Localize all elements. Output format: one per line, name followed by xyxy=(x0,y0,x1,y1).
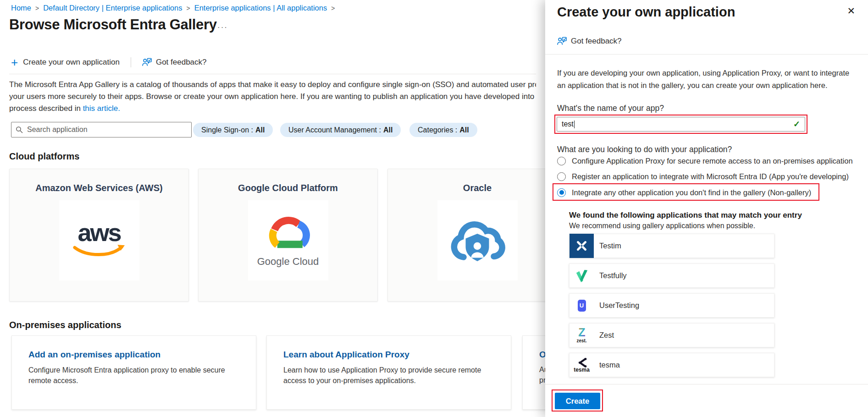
zest-logo: Z zest. xyxy=(569,323,594,347)
toolbar-divider xyxy=(131,57,131,67)
tesma-logo: tesma xyxy=(569,353,594,377)
panel-got-feedback-button[interactable]: Got feedback? xyxy=(557,37,622,46)
valid-check-icon: ✓ xyxy=(793,119,800,129)
text-caret xyxy=(574,121,575,128)
gallery-description-line1: The Microsoft Entra App Gallery is a cat… xyxy=(9,79,536,91)
breadcrumb-enterprise-apps[interactable]: Default Directory | Enterprise applicati… xyxy=(43,4,182,12)
search-application-input[interactable] xyxy=(26,125,187,134)
on-premises-heading: On-premises applications xyxy=(9,320,122,330)
card-oracle-title: Oracle xyxy=(388,183,567,193)
app-name-input[interactable]: test ✓ xyxy=(557,117,805,132)
card-add-on-premises-application[interactable]: Add an on-premises application Configure… xyxy=(11,335,256,410)
breadcrumb-home[interactable]: Home xyxy=(11,4,31,12)
app-action-question: What are you looking to do with your app… xyxy=(557,145,732,154)
search-icon xyxy=(16,126,23,133)
radio-register-application[interactable]: Register an application to integrate wit… xyxy=(557,170,849,183)
suggestions-subheading: We recommend using gallery applications … xyxy=(569,222,755,230)
feedback-icon xyxy=(557,37,567,46)
app-row-testim[interactable]: Testim xyxy=(569,234,774,258)
card-aws-title: Amazon Web Services (AWS) xyxy=(10,183,188,193)
card-google-cloud-title: Google Cloud Platform xyxy=(199,183,377,193)
filter-user-account-management[interactable]: User Account Management :All xyxy=(280,123,401,137)
plus-icon: + xyxy=(11,57,18,67)
this-article-link[interactable]: this article. xyxy=(83,104,120,113)
filter-single-sign-on[interactable]: Single Sign-on :All xyxy=(193,123,273,137)
suggestions-heading: We found the following applications that… xyxy=(569,211,802,220)
app-row-testfully[interactable]: Testfully xyxy=(569,263,774,288)
app-name-annotation-box: test ✓ xyxy=(554,115,807,134)
aws-logo: aws xyxy=(59,200,139,280)
entra-gallery-page: Home>Default Directory | Enterprise appl… xyxy=(0,0,868,417)
panel-description: If you are developing your own applicati… xyxy=(557,67,858,92)
radio-integrate-non-gallery[interactable]: Integrate any other application you don'… xyxy=(557,186,811,199)
create-your-own-application-button[interactable]: Create your own application xyxy=(23,58,120,67)
chevron-right-icon: > xyxy=(186,5,190,12)
aws-smile-arrow xyxy=(72,245,126,258)
card-oracle[interactable]: Oracle xyxy=(387,169,567,302)
toolbar-divider-line xyxy=(9,74,536,74)
usertesting-logo: U xyxy=(569,293,594,318)
app-row-zest[interactable]: Z zest. Zest xyxy=(569,323,774,347)
feedback-icon xyxy=(142,58,152,67)
breadcrumb-all-applications[interactable]: Enterprise applications | All applicatio… xyxy=(194,4,327,12)
svg-text:Z: Z xyxy=(578,327,585,338)
app-name-question: What's the name of your app? xyxy=(557,104,664,113)
radio-selected-icon[interactable] xyxy=(557,188,566,197)
chevron-right-icon: > xyxy=(331,5,335,12)
app-row-usertesting[interactable]: U UserTesting xyxy=(569,293,774,318)
chevron-right-icon: > xyxy=(35,5,39,12)
close-icon[interactable]: ✕ xyxy=(847,5,855,16)
create-button[interactable]: Create xyxy=(555,393,600,409)
oracle-logo xyxy=(437,200,518,280)
create-your-own-application-panel: Create your own application ✕ Got feedba… xyxy=(545,0,868,417)
testfully-logo xyxy=(569,263,594,288)
cloud-platforms-heading: Cloud platforms xyxy=(9,151,79,162)
filter-categories[interactable]: Categories :All xyxy=(409,123,477,137)
gallery-description: The Microsoft Entra App Gallery is a cat… xyxy=(9,79,536,115)
radio-configure-application-proxy[interactable]: Configure Application Proxy for secure r… xyxy=(557,154,853,168)
more-menu-icon[interactable]: ··· xyxy=(217,23,228,32)
panel-divider xyxy=(545,54,868,55)
card-aws[interactable]: Amazon Web Services (AWS) aws xyxy=(9,169,189,302)
breadcrumb: Home>Default Directory | Enterprise appl… xyxy=(11,4,339,12)
app-row-tesma[interactable]: tesma tesma xyxy=(569,353,774,377)
panel-footer-divider xyxy=(545,384,868,384)
got-feedback-button[interactable]: Got feedback? xyxy=(156,58,207,67)
card-learn-about-application-proxy[interactable]: Learn about Application Proxy Learn how … xyxy=(266,335,511,410)
gallery-description-line2: your users more securely to their apps. … xyxy=(9,91,536,103)
google-cloud-logo: Google Cloud xyxy=(248,200,328,280)
card-google-cloud[interactable]: Google Cloud Platform Google Cloud xyxy=(198,169,378,302)
search-application-box[interactable] xyxy=(11,122,192,137)
radio-unselected-icon[interactable] xyxy=(557,172,566,181)
panel-title: Create your own application xyxy=(557,5,735,20)
page-title: Browse Microsoft Entra Gallery xyxy=(9,16,217,33)
command-bar: + Create your own application Got feedba… xyxy=(11,56,207,69)
radio-unselected-icon[interactable] xyxy=(557,157,566,165)
gallery-description-line3: process described in this article. xyxy=(9,103,536,115)
testim-logo xyxy=(569,234,594,258)
